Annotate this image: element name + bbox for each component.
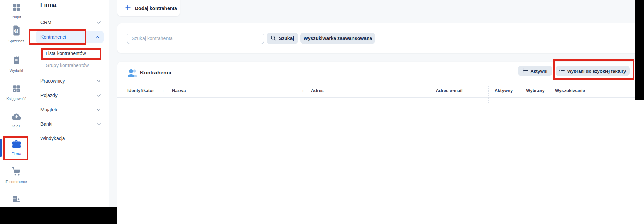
sort-asc-icon[interactable]: ↑ bbox=[302, 84, 304, 97]
sidebar-item-label: Grupy kontrahentów bbox=[46, 63, 89, 68]
sidebar-item-label: CRM bbox=[40, 20, 51, 25]
rail-item-wydatki[interactable]: Wydatki bbox=[0, 55, 33, 73]
rail-item-company-people[interactable] bbox=[0, 195, 33, 207]
add-kontrahent-button[interactable]: Dodaj kontrahenta bbox=[117, 0, 180, 16]
chevron-down-icon bbox=[97, 80, 101, 82]
module-sidebar: Firma CRM Kontrahenci Lista kontrahentów… bbox=[33, 0, 109, 224]
main-content: Dodaj kontrahenta Szukaj Wyszukiwarka za… bbox=[109, 0, 644, 224]
column-separator bbox=[552, 86, 552, 103]
search-button[interactable]: Szukaj bbox=[267, 33, 298, 44]
icon-rail: Pulpit $ Sprzedaż Wydatki bbox=[0, 0, 33, 224]
sidebar-item-label: Kontrahenci bbox=[40, 34, 66, 40]
sales-invoice-icon: $ bbox=[12, 25, 21, 37]
app-window: Pulpit $ Sprzedaż Wydatki bbox=[0, 0, 644, 224]
column-header-wyszukiwanie: Wyszukiwanie bbox=[555, 84, 585, 97]
rail-item-label: Firma bbox=[11, 152, 21, 156]
shopping-cart-icon bbox=[12, 167, 21, 177]
column-header-identyfikator[interactable]: Identyfikator bbox=[127, 84, 154, 97]
contacts-people-icon bbox=[127, 68, 138, 79]
sidebar-item-lista-kontrahentow[interactable]: Lista kontrahentów bbox=[46, 51, 86, 56]
chevron-down-icon bbox=[97, 94, 101, 97]
rail-item-label: Księgowość bbox=[6, 97, 26, 101]
sort-asc-icon[interactable]: ↑ bbox=[162, 84, 164, 97]
rail-item-ecommerce[interactable]: E-commerce bbox=[0, 167, 33, 184]
chevron-down-icon bbox=[97, 21, 101, 24]
svg-text:$: $ bbox=[15, 29, 17, 33]
filter-quick-invoice-button[interactable]: Wybrani do szybkiej faktury bbox=[556, 66, 630, 76]
calculator-icon bbox=[12, 84, 21, 95]
chevron-up-icon bbox=[95, 36, 99, 38]
sidebar-item-label: Lista kontrahentów bbox=[46, 51, 86, 56]
rail-item-pulpit[interactable]: Pulpit bbox=[0, 3, 33, 19]
column-header-adres: Adres bbox=[311, 84, 324, 97]
column-header-nazwa[interactable]: Nazwa bbox=[172, 84, 186, 97]
building-person-icon bbox=[12, 195, 21, 205]
rail-item-ksef[interactable]: KSeF bbox=[0, 113, 33, 128]
column-header-aktywny: Aktywny bbox=[488, 84, 519, 97]
search-panel: Szukaj Wyszukiwarka zaawansowana bbox=[117, 23, 644, 53]
column-header-wybrany: Wybrany bbox=[519, 84, 552, 97]
list-icon bbox=[559, 68, 565, 74]
sidebar-item-windykacja[interactable]: Windykacja bbox=[40, 136, 101, 141]
redaction-bar-bottom bbox=[0, 207, 117, 224]
rail-item-label: KSeF bbox=[12, 124, 21, 128]
search-input[interactable] bbox=[127, 33, 264, 44]
advanced-search-button[interactable]: Wyszukiwarka zaawansowana bbox=[300, 33, 375, 44]
rail-item-label: Wydatki bbox=[10, 69, 23, 73]
column-separator bbox=[309, 86, 309, 103]
panel-title: Kontrahenci bbox=[140, 70, 171, 76]
rail-item-label: Sprzedaż bbox=[8, 39, 24, 43]
sidebar-title: Firma bbox=[40, 2, 56, 9]
plus-icon bbox=[125, 5, 131, 11]
list-icon bbox=[523, 68, 528, 74]
column-header-adres-email: Adres e-mail bbox=[410, 84, 488, 97]
sidebar-item-kontrahenci[interactable]: Kontrahenci bbox=[36, 31, 104, 43]
search-icon bbox=[271, 35, 276, 42]
sidebar-item-label: Windykacja bbox=[40, 136, 65, 141]
redaction-bar-right bbox=[635, 0, 644, 100]
sidebar-item-label: Pracownicy bbox=[40, 78, 65, 84]
rail-item-firma[interactable]: Firma bbox=[0, 140, 33, 156]
sidebar-item-banki[interactable]: Banki bbox=[40, 121, 101, 127]
sidebar-item-label: Majątek bbox=[40, 107, 57, 112]
dashboard-icon bbox=[12, 3, 21, 13]
sidebar-item-majatek[interactable]: Majątek bbox=[40, 107, 101, 112]
rail-item-label: Pulpit bbox=[12, 15, 21, 19]
sidebar-item-pojazdy[interactable]: Pojazdy bbox=[40, 92, 101, 98]
sidebar-item-grupy-kontrahentow[interactable]: Grupy kontrahentów bbox=[46, 63, 89, 68]
chevron-down-icon bbox=[97, 123, 101, 125]
briefcase-icon bbox=[12, 140, 21, 150]
receipt-icon bbox=[13, 55, 20, 66]
sidebar-item-crm[interactable]: CRM bbox=[40, 20, 101, 25]
active-rail-indicator bbox=[0, 139, 2, 157]
column-separator bbox=[169, 86, 169, 103]
rail-item-ksiegowosc[interactable]: Księgowość bbox=[0, 84, 33, 101]
chevron-down-icon bbox=[97, 109, 101, 111]
cloud-download-icon bbox=[11, 113, 22, 122]
filter-aktywni-button[interactable]: Aktywni bbox=[518, 66, 552, 76]
rail-item-sprzedaz[interactable]: $ Sprzedaż bbox=[0, 25, 33, 43]
sidebar-item-label: Pojazdy bbox=[40, 92, 58, 98]
sidebar-item-pracownicy[interactable]: Pracownicy bbox=[40, 78, 101, 84]
kontrahenci-panel: Kontrahenci Aktywni Wybrani do szybkiej … bbox=[117, 62, 644, 224]
table-header-row: Identyfikator ↑ Nazwa ↑ Adres Adres e-ma… bbox=[117, 84, 644, 98]
sidebar-item-label: Banki bbox=[40, 121, 52, 127]
rail-item-label: E-commerce bbox=[5, 180, 27, 184]
